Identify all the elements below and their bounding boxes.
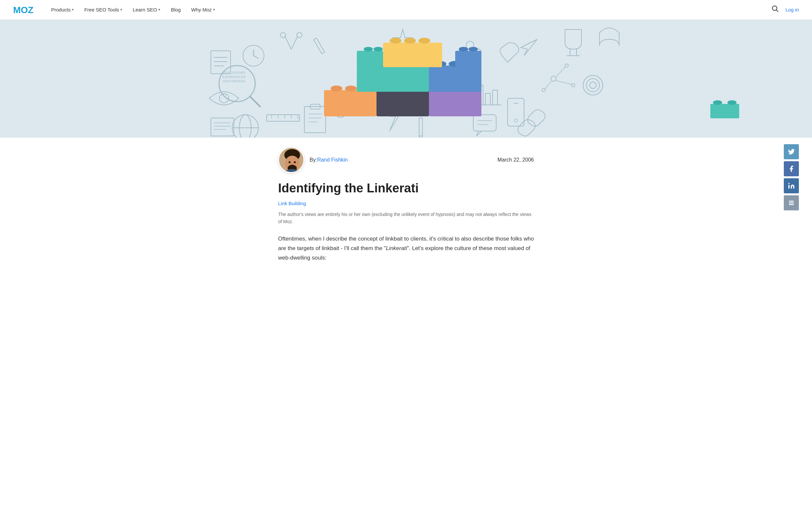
- svg-point-102: [374, 47, 383, 51]
- svg-rect-106: [710, 104, 739, 118]
- svg-point-76: [331, 86, 343, 91]
- svg-rect-83: [429, 90, 481, 116]
- author-info: By: Rand Fishkin: [309, 157, 348, 163]
- svg-point-99: [419, 38, 430, 44]
- svg-point-112: [289, 161, 291, 163]
- svg-point-105: [469, 47, 478, 51]
- linkedin-share-button[interactable]: [784, 178, 799, 193]
- hero-lego-scene: [0, 20, 812, 138]
- nav-why-moz[interactable]: Why Moz ▾: [191, 7, 215, 13]
- article-content: Identifying the Linkerati Link Building …: [272, 173, 540, 283]
- article-body: Oftentimes, when I describe the concept …: [278, 234, 534, 263]
- author-name-link[interactable]: Rand Fishkin: [317, 157, 348, 163]
- lego-small-brick: [710, 100, 740, 120]
- svg-rect-118: [789, 202, 794, 204]
- svg-line-2: [777, 10, 779, 12]
- svg-rect-100: [357, 51, 383, 66]
- svg-rect-96: [383, 43, 442, 67]
- chevron-down-icon: ▾: [120, 7, 122, 12]
- article-title: Identifying the Linkerati: [278, 181, 534, 196]
- twitter-share-button[interactable]: [784, 144, 799, 159]
- svg-text:MOZ: MOZ: [13, 5, 33, 15]
- svg-rect-75: [324, 90, 376, 116]
- svg-point-108: [727, 100, 737, 105]
- svg-rect-103: [455, 51, 481, 66]
- svg-point-98: [404, 38, 416, 44]
- login-link[interactable]: Log in: [785, 7, 799, 13]
- nav-blog[interactable]: Blog: [171, 7, 181, 13]
- lego-illustration: [314, 33, 498, 131]
- search-icon[interactable]: [772, 5, 779, 14]
- nav-free-seo-tools[interactable]: Free SEO Tools ▾: [84, 7, 122, 13]
- moz-logo[interactable]: MOZ: [13, 4, 35, 15]
- author-by-label: By:: [309, 157, 317, 163]
- svg-rect-117: [789, 201, 794, 202]
- article-date: March 22, 2006: [497, 157, 534, 163]
- svg-rect-79: [376, 90, 429, 116]
- chevron-down-icon: ▾: [158, 7, 160, 12]
- author-row: By: Rand Fishkin March 22, 2006: [272, 138, 540, 173]
- nav-links: Products ▾ Free SEO Tools ▾ Learn SEO ▾ …: [51, 7, 772, 13]
- article-disclaimer: The author's views are entirely his or h…: [278, 211, 534, 225]
- svg-rect-119: [789, 204, 794, 205]
- svg-point-97: [390, 38, 402, 44]
- svg-point-101: [364, 47, 373, 51]
- svg-point-77: [345, 86, 357, 91]
- svg-point-113: [294, 161, 296, 163]
- svg-point-1: [772, 6, 777, 11]
- chevron-down-icon: ▾: [72, 7, 74, 12]
- buffer-share-button[interactable]: [784, 195, 799, 210]
- social-sidebar: [784, 144, 799, 210]
- avatar: [278, 147, 304, 173]
- chevron-down-icon: ▾: [213, 7, 215, 12]
- hero-banner: 1010110101001 0101001010110 101011001010…: [0, 20, 812, 138]
- svg-rect-87: [357, 65, 429, 92]
- svg-point-116: [788, 183, 790, 184]
- main-nav: MOZ Products ▾ Free SEO Tools ▾ Learn SE…: [0, 0, 812, 20]
- nav-learn-seo[interactable]: Learn SEO ▾: [133, 7, 160, 13]
- svg-point-104: [459, 47, 468, 51]
- facebook-share-button[interactable]: [784, 161, 799, 176]
- svg-rect-92: [429, 65, 481, 92]
- article-body-paragraph: Oftentimes, when I describe the concept …: [278, 234, 534, 263]
- article-category-link[interactable]: Link Building: [278, 200, 306, 206]
- nav-right: Log in: [772, 5, 799, 14]
- svg-point-107: [713, 100, 722, 105]
- nav-products[interactable]: Products ▾: [51, 7, 74, 13]
